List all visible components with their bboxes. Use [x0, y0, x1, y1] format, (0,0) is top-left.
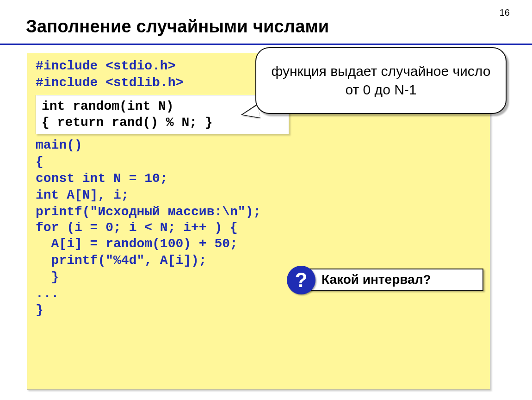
callout-function-desc: функция выдает случайное число от 0 до N… — [255, 47, 507, 114]
title-underline — [0, 44, 532, 45]
question-icon: ? — [287, 266, 315, 294]
code-line: printf("%4d", A[i]); — [36, 252, 482, 269]
code-line: const int N = 10; — [36, 170, 482, 187]
code-line: main() — [36, 137, 482, 154]
code-line: printf("Исходный массив:\n"); — [36, 204, 482, 220]
callout-question: Какой интервал? — [308, 269, 483, 291]
code-line: A[i] = random(100) + 50; — [36, 236, 482, 252]
page-number: 16 — [500, 7, 510, 18]
code-line: { — [36, 154, 482, 170]
code-line: } — [36, 302, 482, 319]
code-line: for (i = 0; i < N; i++ ) { — [36, 220, 482, 236]
slide-title: Заполнение случайными числами — [26, 17, 329, 37]
code-line: int A[N], i; — [36, 187, 482, 204]
